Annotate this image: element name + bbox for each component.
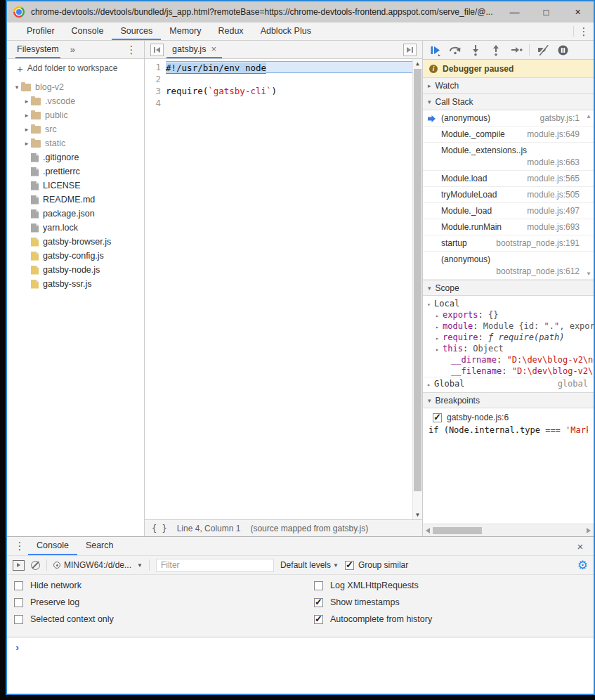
filter-input[interactable] [156, 559, 274, 572]
line-number[interactable]: 2 [145, 73, 166, 85]
step-out-button[interactable] [488, 42, 504, 58]
scroll-right-icon[interactable] [587, 528, 591, 533]
tree-item-vscode[interactable]: ▸ .vscode [7, 94, 144, 108]
pretty-print-icon[interactable]: { } [152, 524, 167, 533]
breakpoint-entry[interactable]: gatsby-node.js:6 [429, 413, 588, 422]
tree-item-src[interactable]: ▸ src [7, 122, 144, 136]
console-settings-gear-icon[interactable]: ⚙ [577, 559, 588, 571]
prev-tabs-button[interactable] [150, 44, 164, 56]
scope-var-filename[interactable]: __filename: "D:\dev\blog-v2\node_n [423, 365, 594, 377]
resume-button[interactable] [427, 42, 443, 58]
step-over-button[interactable] [447, 42, 463, 58]
close-tab-icon[interactable]: × [211, 44, 216, 54]
overflow-tabs-icon[interactable]: » [70, 44, 75, 55]
stack-frame-bootstrap-anonymous[interactable]: (anonymous) bootstrap_node.js:612 [423, 252, 594, 280]
tab-drawer-search[interactable]: Search [77, 537, 122, 555]
line-number[interactable]: 1 [145, 61, 166, 73]
close-drawer-icon[interactable]: × [571, 537, 589, 555]
scroll-down-icon[interactable]: ▼ [413, 512, 422, 518]
clear-console-icon[interactable] [31, 561, 40, 570]
hide-network-checkbox[interactable] [14, 581, 23, 590]
next-tabs-button[interactable] [403, 44, 417, 56]
scope-var-require[interactable]: ▸require: ƒ require(path) [423, 332, 594, 343]
tree-item-gatsby-node[interactable]: gatsby-node.js [7, 263, 144, 277]
pause-on-exceptions-button[interactable] [555, 42, 570, 58]
stack-frame-module-compile[interactable]: Module._compile module.js:649 [423, 127, 594, 143]
setting-autocomplete-history[interactable]: Autocomplete from history [314, 614, 432, 624]
stack-frame-startup[interactable]: startup bootstrap_node.js:191 [423, 235, 594, 252]
console-prompt[interactable]: › [7, 637, 594, 694]
scrollbar-thumb[interactable] [433, 527, 482, 534]
close-button[interactable]: × [562, 1, 594, 22]
tree-item-yarn-lock[interactable]: yarn.lock [7, 221, 144, 235]
setting-hide-network[interactable]: Hide network [14, 581, 314, 590]
expand-arrow-icon[interactable]: ▸ [436, 311, 443, 320]
stack-frame-module-load-private[interactable]: Module._load module.js:497 [423, 203, 594, 219]
setting-log-xhr[interactable]: Log XMLHttpRequests [314, 581, 432, 590]
stack-frame-module-run-main[interactable]: Module.runMain module.js:693 [423, 219, 594, 235]
execution-context-selector[interactable]: MINGW64:/d/de... ▼ [53, 560, 143, 570]
breakpoints-section-header[interactable]: ▾ Breakpoints [423, 392, 594, 408]
stack-frame-module-load[interactable]: Module.load module.js:565 [423, 171, 594, 187]
code-line-3[interactable]: 3 require(`gatsby-cli`) [145, 85, 422, 97]
scroll-left-icon[interactable] [426, 528, 430, 533]
editor-scrollbar[interactable]: ▲ ▼ [412, 59, 422, 519]
tab-filesystem[interactable]: Filesystem [15, 41, 60, 58]
tree-item-package-json[interactable]: package.json [7, 207, 144, 221]
stack-frame-module-extensions[interactable]: Module._extensions..js module.js:663 [423, 143, 594, 171]
tree-item-gitignore[interactable]: .gitignore [7, 150, 144, 164]
tree-item-public[interactable]: ▸ public [7, 108, 144, 122]
expand-arrow-icon[interactable]: ▾ [13, 84, 21, 91]
code-editor[interactable]: 1 #!/usr/bin/env node 2 3 require(`gatsb… [145, 59, 422, 519]
scope-global[interactable]: ▸Global global [423, 377, 594, 389]
stack-frame-anonymous[interactable]: (anonymous) gatsby.js:1 [423, 110, 594, 127]
tab-redux[interactable]: Redux [209, 22, 251, 40]
scope-var-dirname[interactable]: __dirname: "D:\dev\blog-v2\node_mo [423, 354, 594, 365]
sidebar-menu-icon[interactable]: ⋮ [122, 44, 141, 56]
breakpoint-condition[interactable]: if (Node.internal.type === 'Markd… [429, 425, 588, 435]
tab-sources[interactable]: Sources [112, 22, 161, 40]
scrollbar-thumb[interactable] [414, 69, 421, 491]
editor-tab-gatsby-js[interactable]: gatsby.js × [166, 41, 222, 58]
deactivate-breakpoints-button[interactable] [535, 42, 550, 58]
scroll-up-icon[interactable]: ▲ [413, 60, 422, 67]
group-similar-checkbox[interactable] [345, 561, 354, 570]
collapse-arrow-icon[interactable]: ▾ [427, 299, 434, 309]
setting-preserve-log[interactable]: Preserve log [14, 597, 314, 607]
main-menu-icon[interactable]: ⋮ [574, 22, 594, 40]
preserve-log-checkbox[interactable] [14, 598, 23, 607]
tree-item-prettierrc[interactable]: .prettierrc [7, 164, 144, 179]
autocomplete-history-checkbox[interactable] [314, 615, 323, 624]
show-timestamps-checkbox[interactable] [314, 598, 323, 607]
scope-local[interactable]: ▾Local [423, 298, 594, 309]
scope-var-module[interactable]: ▸module: Module {id: ".", exports: [423, 320, 594, 332]
expand-arrow-icon[interactable]: ▸ [436, 333, 443, 343]
scope-var-this[interactable]: ▸this: Object [423, 343, 594, 354]
tree-item-readme[interactable]: README.md [7, 193, 144, 207]
selected-context-checkbox[interactable] [14, 615, 23, 624]
debugger-horizontal-scrollbar[interactable] [423, 524, 594, 536]
scope-var-exports[interactable]: ▸exports: {} [423, 309, 594, 320]
tree-item-gatsby-config[interactable]: gatsby-config.js [7, 249, 144, 263]
tab-drawer-console[interactable]: Console [28, 537, 77, 555]
maximize-button[interactable]: □ [530, 1, 562, 22]
call-stack-section-header[interactable]: ▾ Call Stack [423, 94, 594, 110]
setting-show-timestamps[interactable]: Show timestamps [314, 597, 432, 607]
tree-item-gatsby-browser[interactable]: gatsby-browser.js [7, 235, 144, 249]
tab-profiler[interactable]: Profiler [18, 22, 63, 40]
tab-console[interactable]: Console [63, 22, 112, 40]
expand-arrow-icon[interactable]: ▸ [436, 322, 443, 332]
code-line-4[interactable]: 4 [145, 97, 422, 109]
expand-arrow-icon[interactable]: ▸ [22, 98, 31, 105]
setting-selected-context-only[interactable]: Selected context only [14, 614, 314, 624]
drawer-menu-icon[interactable]: ⋮ [11, 537, 28, 555]
expand-arrow-icon[interactable]: ▸ [427, 380, 434, 389]
console-sidebar-toggle-icon[interactable] [13, 560, 25, 571]
expand-arrow-icon[interactable]: ▸ [22, 112, 31, 119]
line-number[interactable]: 3 [145, 85, 166, 97]
tab-adblock-plus[interactable]: Adblock Plus [252, 22, 320, 40]
tree-item-license[interactable]: LICENSE [7, 179, 144, 193]
tree-item-static[interactable]: ▸ static [7, 136, 144, 150]
tree-item-blog-v2[interactable]: ▾ blog-v2 [7, 80, 144, 94]
tree-item-gatsby-ssr[interactable]: gatsby-ssr.js [7, 277, 144, 291]
